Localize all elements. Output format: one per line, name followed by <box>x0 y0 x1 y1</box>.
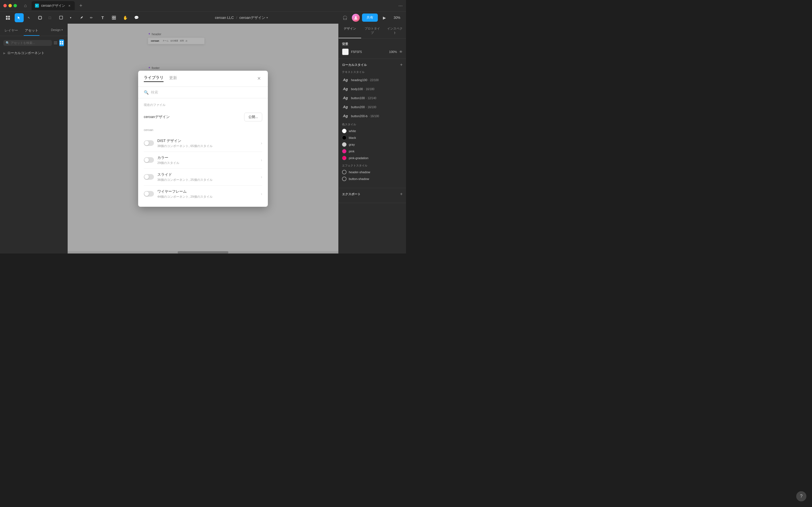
text-style-icon-5: Ag <box>342 112 349 119</box>
pencil-tool-button[interactable]: ✏ <box>87 13 96 22</box>
assets-tab[interactable]: アセット <box>24 26 40 36</box>
pen-tool-button[interactable] <box>77 13 86 22</box>
effect-style-header-shadow: header-shadow <box>342 169 403 175</box>
color-dot-black <box>342 135 347 140</box>
modal-tab-updates[interactable]: 更新 <box>169 75 177 82</box>
window-menu-dots[interactable]: ··· <box>398 3 403 9</box>
style-details-4: · 16/100 <box>366 106 376 109</box>
text-style-button200: Ag button200 · 16/100 <box>342 102 403 111</box>
breadcrumb-current-file[interactable]: ceroanデザイン ▾ <box>239 15 268 20</box>
style-info-2: body100 · 16/180 <box>351 86 403 91</box>
color-styles-group: 色スタイル white black gray pink <box>342 122 403 161</box>
export-label: エクスポート <box>342 192 361 196</box>
current-file-name: ceroanデザイン <box>144 114 170 119</box>
bg-color-swatch[interactable] <box>342 48 349 55</box>
text-tool-button[interactable]: T <box>98 13 107 22</box>
svg-rect-2 <box>6 18 8 20</box>
modal-overlay[interactable]: ライブラリ 更新 ✕ 🔍 現在のファイル ceroanデザイン 公開... <box>68 24 338 253</box>
minimize-traffic-light[interactable] <box>8 4 12 7</box>
design-dropdown[interactable]: Design ▾ <box>51 28 63 32</box>
left-panel: レイヤー アセット Design ▾ 🔍 <box>0 24 68 253</box>
right-panel: デザイン プロトタイプ インスペクト 背景 F5F5F5 100% 👁 ローカル… <box>338 24 406 253</box>
libraries-section-label: ceroan <box>144 128 262 133</box>
frame-tool-button[interactable] <box>36 13 45 22</box>
tool-group-hand: ✋ <box>121 13 130 22</box>
menu-tool-button[interactable] <box>3 13 12 22</box>
scale-tool-button[interactable]: ⇖ <box>24 13 33 22</box>
library-arrow-slide[interactable]: › <box>261 175 262 179</box>
new-tab-button[interactable]: + <box>77 2 85 10</box>
publish-button[interactable]: 公開... <box>244 113 262 121</box>
main-layout: レイヤー アセット Design ▾ 🔍 <box>0 24 406 253</box>
share-button[interactable]: 共有 <box>362 13 378 22</box>
visibility-icon[interactable]: 👁 <box>399 50 403 54</box>
tool-group-main <box>3 13 12 22</box>
library-toggle-dist[interactable] <box>144 140 154 146</box>
left-panel-tabs: レイヤー アセット Design ▾ <box>0 24 67 36</box>
svg-rect-3 <box>8 18 10 20</box>
tool-group-shapes: ▾ <box>56 13 75 22</box>
library-item-dist: DIST デザイン 38個のコンポーネント, 65個のスタイル › <box>144 135 262 152</box>
slice-tool-button[interactable]: ⬚ <box>45 13 54 22</box>
library-desc-wireframe: 44個のコンポーネント, 29個のスタイル <box>157 194 257 199</box>
toolbar: ⇖ ⬚ ▾ ✏ T <box>0 11 406 24</box>
library-toggle-color[interactable] <box>144 157 154 163</box>
color-style-gray: gray <box>342 141 403 148</box>
grid-view-button[interactable] <box>59 40 64 46</box>
library-arrow-wireframe[interactable]: › <box>261 191 262 196</box>
style-info-4: button200 · 16/100 <box>351 104 403 109</box>
design-tab[interactable]: デザイン <box>339 24 361 38</box>
chevron-right-icon: ▶ <box>3 52 6 55</box>
assets-search-input[interactable] <box>11 41 50 45</box>
move-tool-button[interactable] <box>15 13 24 22</box>
toggle-knob-slide <box>144 175 149 179</box>
more-shapes-button[interactable]: ▾ <box>66 13 75 22</box>
text-style-heading100: Ag heading100 · 22/100 <box>342 75 403 84</box>
prototype-tab[interactable]: プロトタイプ <box>361 24 384 38</box>
library-arrow-dist[interactable]: › <box>261 141 262 145</box>
modal-close-button[interactable]: ✕ <box>255 75 262 82</box>
color-name-gray: gray <box>349 143 355 146</box>
library-item-wireframe: ワイヤーフレーム 44個のコンポーネント, 29個のスタイル › <box>144 186 262 202</box>
close-traffic-light[interactable] <box>3 4 7 7</box>
local-components-item[interactable]: ▶ ローカルコンポーネント <box>2 48 65 58</box>
background-label: 背景 <box>342 42 403 46</box>
style-name-5: button200-b <box>351 114 368 118</box>
library-desc-dist: 38個のコンポーネント, 65個のスタイル <box>157 144 257 148</box>
tool-group-cursor: ⇖ <box>15 13 33 22</box>
play-button[interactable]: ▶ <box>380 13 389 22</box>
text-style-icon: Ag <box>342 76 349 83</box>
modal-search-input[interactable] <box>151 90 262 94</box>
current-file-label: 現在のファイル <box>144 103 262 107</box>
user-avatar[interactable] <box>352 14 360 22</box>
layers-tab[interactable]: レイヤー <box>3 26 19 36</box>
library-arrow-color[interactable]: › <box>261 158 262 162</box>
color-dot-pink-grad <box>342 156 347 160</box>
library-item-slide: スライド 36個のコンポーネント, 25個のスタイル › <box>144 169 262 186</box>
library-toggle-slide[interactable] <box>144 174 154 180</box>
color-style-pink-gradation: pink-gradation <box>342 155 403 161</box>
canvas[interactable]: ✦ header ceroan チーム 会社概要 採用 お ✦ fo <box>68 24 338 253</box>
comment-tool-button[interactable]: 💬 <box>132 13 141 22</box>
zoom-level[interactable]: 30% <box>391 15 403 21</box>
list-view-button[interactable] <box>53 40 58 46</box>
inspect-tab[interactable]: インスペクト <box>384 24 406 38</box>
style-details-5: · 16/100 <box>369 115 379 118</box>
home-icon[interactable]: ⌂ <box>21 2 29 10</box>
library-toggle-wireframe[interactable] <box>144 191 154 196</box>
active-tab[interactable]: F ceroanデザイン ✕ <box>32 1 75 10</box>
modal-tab-library[interactable]: ライブラリ <box>144 75 163 82</box>
headphones-icon[interactable]: 🎧 <box>341 13 350 22</box>
add-style-button[interactable]: + <box>400 62 403 67</box>
style-info-5: button200-b · 16/100 <box>351 113 403 118</box>
hand-tool-button[interactable]: ✋ <box>121 13 130 22</box>
color-name-black: black <box>349 136 356 139</box>
fullscreen-traffic-light[interactable] <box>13 4 17 7</box>
library-name-wireframe: ワイヤーフレーム <box>157 189 257 194</box>
add-export-button[interactable]: + <box>400 191 403 196</box>
resources-tool-button[interactable] <box>109 13 118 22</box>
rectangle-tool-button[interactable] <box>56 13 65 22</box>
library-name-dist: DIST デザイン <box>157 138 257 144</box>
effect-icon-header <box>342 170 347 174</box>
tab-close-button[interactable]: ✕ <box>67 4 71 8</box>
